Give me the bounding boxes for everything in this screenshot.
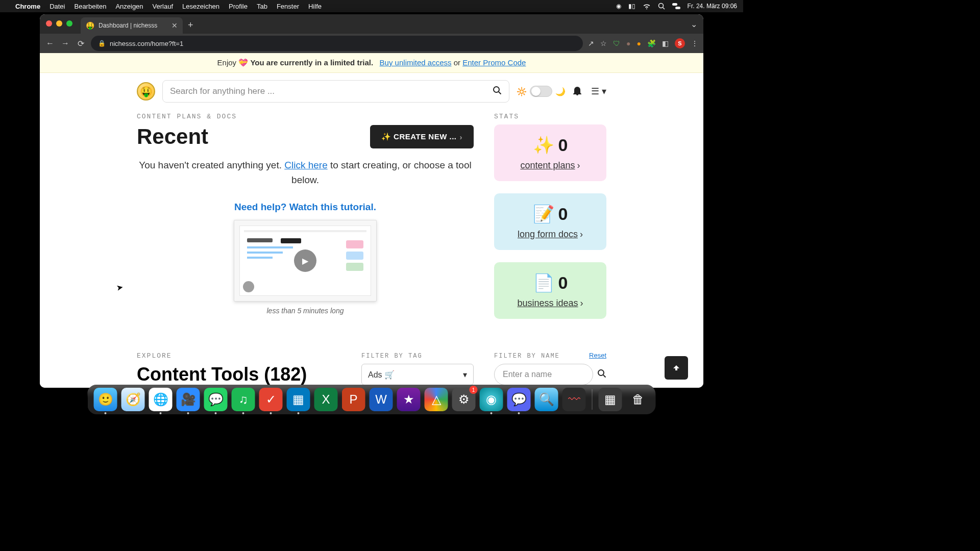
wifi-icon[interactable] <box>643 3 651 9</box>
dock-app[interactable]: ◉ <box>480 388 503 411</box>
search-input[interactable]: Search for anything here ... <box>162 80 509 103</box>
menubar-app-name[interactable]: Chrome <box>15 3 40 10</box>
forward-button[interactable]: → <box>60 39 70 48</box>
menu-bearbeiten[interactable]: Bearbeiten <box>74 3 106 10</box>
minimize-window-button[interactable] <box>56 20 62 27</box>
filter-tag-select[interactable]: Ads 🛒 ▾ <box>361 364 474 385</box>
dock-settings[interactable]: ⚙1 <box>452 388 476 411</box>
dock-spotify[interactable]: ♫ <box>232 388 255 411</box>
dock-voicememos[interactable]: 〰 <box>562 388 586 411</box>
tutorial-video-thumbnail[interactable]: ▶ <box>234 220 377 302</box>
scroll-to-top-button[interactable] <box>665 356 688 380</box>
tab-close-icon[interactable]: ✕ <box>172 21 178 30</box>
profile-avatar[interactable]: S <box>675 38 685 48</box>
tabs-overflow-icon[interactable]: ⌄ <box>691 19 697 29</box>
sidepanel-icon[interactable]: ◧ <box>662 39 669 47</box>
menu-hilfe[interactable]: Hilfe <box>308 3 322 10</box>
reload-button[interactable]: ⟳ <box>76 39 86 48</box>
search-icon[interactable] <box>597 369 606 380</box>
fullscreen-window-button[interactable] <box>66 20 72 27</box>
notifications-bell-icon[interactable] <box>573 85 582 98</box>
spotlight-icon[interactable] <box>658 3 665 10</box>
new-tab-button[interactable]: + <box>188 20 193 31</box>
menu-lesezeichen[interactable]: Lesezeichen <box>182 3 219 10</box>
dock-app[interactable]: 🔍 <box>535 388 558 411</box>
extensions-puzzle-icon[interactable]: 🧩 <box>647 39 656 47</box>
menu-verlauf[interactable]: Verlauf <box>153 3 173 10</box>
stats-eyebrow: STATS <box>494 113 606 120</box>
share-icon[interactable]: ↗ <box>588 39 594 47</box>
dock-safari[interactable]: 🧭 <box>121 388 145 411</box>
stat-value: 0 <box>558 204 568 224</box>
menu-datei[interactable]: Datei <box>50 3 65 10</box>
dock-trello[interactable]: ▦ <box>287 388 310 411</box>
stat-value: 0 <box>558 273 568 293</box>
recent-title: Recent <box>137 124 208 149</box>
lock-icon: 🔒 <box>98 40 106 47</box>
dock-trash[interactable]: 🗑 <box>626 388 650 411</box>
menu-fenster[interactable]: Fenster <box>277 3 299 10</box>
filter-name-input[interactable]: Enter a name <box>494 364 593 385</box>
chevron-down-icon: ▾ <box>463 370 467 380</box>
window-controls <box>46 20 72 27</box>
battery-icon[interactable]: ▮▯ <box>628 3 635 10</box>
main-menu-icon[interactable]: ☰ ▾ <box>591 86 606 97</box>
dock-excel[interactable]: X <box>314 388 338 411</box>
empty-pre: You haven't created anything yet. <box>139 160 284 170</box>
chevron-right-icon: › <box>460 133 463 141</box>
filter-tag-label: FILTER BY TAG <box>361 353 474 360</box>
extension-icon[interactable]: ● <box>637 39 641 47</box>
create-new-label: ✨ CREATE NEW ... <box>381 132 457 141</box>
svg-point-0 <box>658 4 663 8</box>
menu-anzeigen[interactable]: Anzeigen <box>115 3 143 10</box>
create-new-button[interactable]: ✨ CREATE NEW ... › <box>370 125 474 148</box>
app-logo-icon[interactable]: 🤑 <box>137 82 155 101</box>
menu-profile[interactable]: Profile <box>229 3 248 10</box>
chevron-right-icon: › <box>580 229 583 240</box>
control-center-icon[interactable] <box>672 3 680 9</box>
stat-label: business ideas <box>517 298 578 308</box>
dock-launchpad[interactable]: ▦ <box>599 388 622 411</box>
dock-chrome[interactable]: 🌐 <box>149 388 173 411</box>
stat-card-content-plans[interactable]: ✨0 content plans › <box>494 124 606 181</box>
svg-line-5 <box>499 92 501 94</box>
reset-filter-link[interactable]: Reset <box>589 352 606 359</box>
empty-message: You haven't created anything yet. Click … <box>137 158 474 187</box>
dock-zoom[interactable]: 🎥 <box>177 388 200 411</box>
tab-favicon-icon: 🤑 <box>86 21 94 30</box>
dock-discord[interactable]: 💬 <box>507 388 531 411</box>
extension-icon[interactable]: ● <box>626 39 630 47</box>
click-here-link[interactable]: Click here <box>284 160 327 170</box>
filter-name-placeholder: Enter a name <box>503 370 552 379</box>
back-button[interactable]: ← <box>45 39 55 48</box>
menubar-clock[interactable]: Fr. 24. März 09:06 <box>688 3 737 10</box>
bookmark-star-icon[interactable]: ☆ <box>600 39 607 47</box>
dock-todoist[interactable]: ✓ <box>259 388 283 411</box>
dock-whatsapp[interactable]: 💬 <box>204 388 228 411</box>
menu-tab[interactable]: Tab <box>257 3 267 10</box>
browser-tab[interactable]: 🤑 Dashboard | nichesss ✕ <box>81 17 183 34</box>
trial-banner: Enjoy 💝 You are currently in a limited t… <box>40 53 703 73</box>
stat-card-business-ideas[interactable]: 📄0 business ideas › <box>494 262 606 319</box>
svg-point-6 <box>598 370 604 375</box>
stat-card-long-form-docs[interactable]: 📝0 long form docs › <box>494 193 606 250</box>
tutorial-link[interactable]: Need help? Watch this tutorial. <box>137 202 474 213</box>
screenrec-icon[interactable]: ◉ <box>616 3 621 10</box>
extension-shield-icon[interactable]: 🛡 <box>613 39 620 47</box>
theme-toggle[interactable] <box>530 86 552 97</box>
buy-unlimited-link[interactable]: Buy unlimited access <box>380 58 452 67</box>
dock-finder[interactable]: 🙂 <box>94 388 117 411</box>
close-window-button[interactable] <box>46 20 52 27</box>
dock-imovie[interactable]: ★ <box>397 388 421 411</box>
dock-powerpoint[interactable]: P <box>342 388 365 411</box>
dock-word[interactable]: W <box>370 388 393 411</box>
address-bar[interactable]: 🔒 nichesss.com/home?ft=1 <box>91 36 583 51</box>
tab-title: Dashboard | nichesss <box>99 22 157 29</box>
enter-promo-link[interactable]: Enter Promo Code <box>462 58 526 67</box>
search-icon[interactable] <box>493 86 502 97</box>
banner-bold: You are currently in a limited trial. <box>250 58 373 67</box>
dock-drive[interactable]: △ <box>425 388 448 411</box>
explore-eyebrow: EXPLORE <box>137 352 341 360</box>
app-topbar: 🤑 Search for anything here ... 🔆 🌙 ☰ ▾ <box>137 73 606 110</box>
chrome-menu-icon[interactable]: ⋮ <box>691 39 698 47</box>
